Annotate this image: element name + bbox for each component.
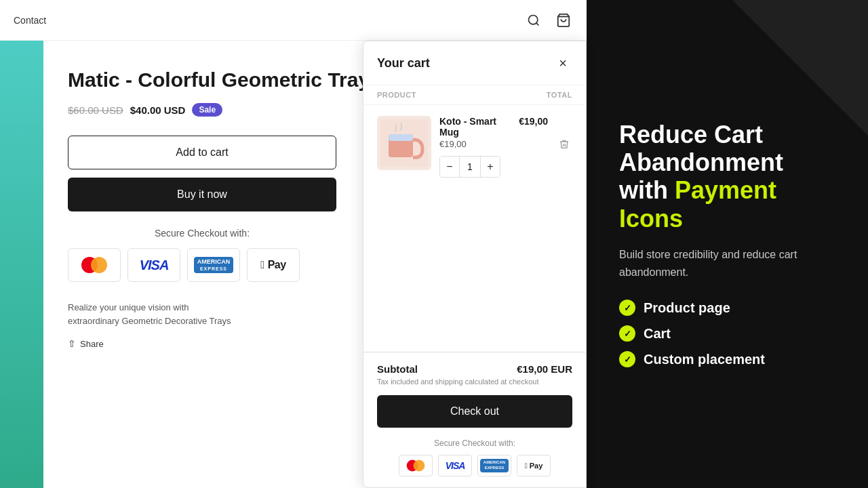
price-original: $60.00 USD (68, 104, 123, 116)
cart-item-price: €19,00 (439, 139, 511, 149)
triangle-decoration (732, 0, 868, 136)
feature-text-2: Cart (644, 326, 671, 342)
apple-pay-icon:  Pay (247, 248, 300, 282)
cart-footer: Subtotal €19,00 EUR Tax included and shi… (363, 352, 586, 487)
price-sale: $40.00 USD (130, 104, 186, 116)
cart-tax-note: Tax included and shipping calculated at … (377, 378, 572, 386)
feature-text-1: Product page (644, 300, 730, 316)
cart-visa-icon: VISA (438, 455, 472, 476)
payment-icons-row: VISA AMERICAN EXPRESS  Pay (68, 248, 336, 282)
share-label: Share (80, 339, 104, 349)
shop-panel: Contact Matic - Colorful Geometric Trays (0, 0, 587, 488)
cart-item: Koto - Smart Mug €19,00 − 1 + €19,00 (363, 105, 586, 188)
right-panel: Reduce CartAbandonmentwith Payment Icons… (587, 0, 868, 488)
cart-col-total: TOTAL (547, 91, 572, 99)
right-heading: Reduce CartAbandonmentwith Payment Icons (619, 121, 835, 233)
cart-item-image (377, 116, 431, 170)
quantity-value: 1 (459, 157, 481, 177)
check-icon-3: ✓ (619, 351, 635, 367)
cart-col-product: PRODUCT (377, 91, 416, 99)
cart-secure-label: Secure Checkout with: (377, 439, 572, 448)
feature-text-3: Custom placement (644, 352, 765, 367)
cart-item-delete-button[interactable] (556, 136, 572, 152)
cart-title: Your cart (377, 56, 430, 70)
secure-checkout-label: Secure Checkout with: (68, 228, 336, 239)
quantity-control: − 1 + (439, 156, 500, 178)
visa-icon: VISA (127, 248, 180, 282)
nav-contact[interactable]: Contact (14, 15, 46, 26)
svg-line-1 (536, 22, 539, 25)
feature-item-1: ✓ Product page (619, 300, 835, 316)
svg-point-0 (529, 15, 538, 24)
quantity-decrease-button[interactable]: − (440, 157, 459, 177)
checkout-button[interactable]: Check out (377, 395, 572, 428)
feature-item-3: ✓ Custom placement (619, 351, 835, 367)
check-icon-2: ✓ (619, 325, 635, 342)
cart-subtotal-label: Subtotal (377, 363, 418, 375)
cart-subtotal-value: €19,00 EUR (517, 363, 572, 375)
cart-header: Your cart × (363, 41, 586, 85)
cart-amex-icon: AMERICAN EXPRESS (477, 455, 511, 476)
cart-item-details: Koto - Smart Mug €19,00 − 1 + (439, 116, 511, 178)
cart-mastercard-icon (399, 455, 433, 476)
buy-now-button[interactable]: Buy it now (68, 178, 336, 211)
nav-left: Contact (14, 15, 46, 26)
cart-close-button[interactable]: × (553, 54, 572, 73)
nav-bar: Contact (0, 0, 587, 41)
check-icon-1: ✓ (619, 300, 635, 316)
feature-item-2: ✓ Cart (619, 325, 835, 342)
add-to-cart-button[interactable]: Add to cart (68, 136, 336, 169)
svg-rect-5 (389, 134, 413, 141)
right-description: Build store credibility and reduce cart … (619, 246, 835, 281)
quantity-increase-button[interactable]: + (481, 157, 500, 177)
product-description: Realize your unique vision with extraord… (68, 301, 336, 327)
feature-list: ✓ Product page ✓ Cart ✓ Custom placement (619, 300, 835, 367)
cart-item-name: Koto - Smart Mug (439, 116, 511, 138)
sale-badge: Sale (192, 103, 222, 117)
cart-subtotal-row: Subtotal €19,00 EUR (377, 363, 572, 375)
mastercard-icon (68, 248, 121, 282)
amex-icon: AMERICAN EXPRESS (187, 248, 240, 282)
cart-drawer: Your cart × PRODUCT TOTAL (363, 41, 587, 488)
cart-icon[interactable] (554, 11, 573, 30)
cart-item-total: €19,00 (519, 116, 548, 127)
product-image-bg (0, 41, 43, 488)
cart-payment-icons: VISA AMERICAN EXPRESS  Pay (377, 455, 572, 476)
nav-right (524, 11, 573, 30)
search-icon[interactable] (524, 11, 543, 30)
share-icon: ⇧ (68, 338, 76, 349)
cart-table-header: PRODUCT TOTAL (363, 85, 586, 105)
cart-apple-pay-icon:  Pay (517, 455, 551, 476)
